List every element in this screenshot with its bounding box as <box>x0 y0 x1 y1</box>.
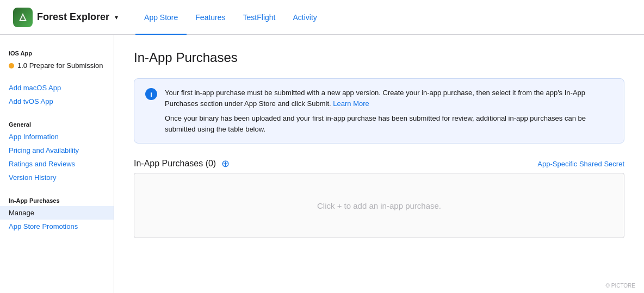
sidebar-divider-1 <box>0 72 114 81</box>
info-box: i Your first in-app purchase must be sub… <box>134 78 624 144</box>
sidebar: iOS App 1.0 Prepare for Submission Add m… <box>0 35 114 293</box>
tab-features[interactable]: Features <box>187 1 234 35</box>
info-text-2: Once your binary has been uploaded and y… <box>165 113 613 134</box>
shared-secret-link[interactable]: App-Specific Shared Secret <box>537 160 624 168</box>
sidebar-item-app-information[interactable]: App Information <box>0 130 114 144</box>
empty-table-text: Click + to add an in-app purchase. <box>317 201 441 210</box>
sidebar-section-ios: iOS App <box>0 46 114 59</box>
app-logo: Forest Explorer ▾ <box>13 8 118 27</box>
sidebar-item-pricing[interactable]: Pricing and Availability <box>0 144 114 157</box>
iap-empty-table: Click + to add an in-app purchase. <box>134 173 624 238</box>
iap-section-heading: In-App Purchases (0) <box>134 159 216 169</box>
section-title-row: In-App Purchases (0) ⊕ <box>134 159 230 169</box>
sidebar-item-add-macos[interactable]: Add macOS App <box>0 81 114 95</box>
info-icon: i <box>145 88 157 100</box>
sidebar-item-version-history[interactable]: Version History <box>0 171 114 184</box>
sidebar-divider-3 <box>0 184 114 193</box>
footer-copyright: © PICTORE <box>606 283 635 289</box>
info-text-1: Your first in-app purchase must be submi… <box>165 88 613 109</box>
main-content: In-App Purchases i Your first in-app pur… <box>114 35 644 293</box>
sidebar-item-manage[interactable]: Manage <box>0 206 114 220</box>
chevron-down-icon[interactable]: ▾ <box>115 14 118 21</box>
add-iap-button[interactable]: ⊕ <box>220 159 230 169</box>
learn-more-link[interactable]: Learn More <box>333 99 369 108</box>
tab-app-store[interactable]: App Store <box>135 1 187 35</box>
sidebar-divider-2 <box>0 108 114 117</box>
sidebar-item-ratings[interactable]: Ratings and Reviews <box>0 157 114 171</box>
sidebar-item-promotions[interactable]: App Store Promotions <box>0 220 114 233</box>
sidebar-section-general: General <box>0 117 114 130</box>
sidebar-section-iap: In-App Purchases <box>0 193 114 206</box>
sidebar-version-label: 1.0 Prepare for Submission <box>17 61 103 70</box>
sidebar-item-version: 1.0 Prepare for Submission <box>0 59 114 72</box>
sidebar-item-add-tvos[interactable]: Add tvOS App <box>0 95 114 108</box>
app-logo-icon <box>13 8 33 27</box>
tab-activity[interactable]: Activity <box>284 1 325 35</box>
info-content: Your first in-app purchase must be submi… <box>165 88 613 134</box>
tab-testflight[interactable]: TestFlight <box>234 1 284 35</box>
status-dot <box>9 63 14 68</box>
page-title: In-App Purchases <box>134 50 624 65</box>
app-name: Forest Explorer <box>37 11 109 23</box>
main-nav: App Store Features TestFlight Activity <box>135 0 326 34</box>
layout: iOS App 1.0 Prepare for Submission Add m… <box>0 35 644 293</box>
iap-section-header: In-App Purchases (0) ⊕ App-Specific Shar… <box>134 159 624 169</box>
header: Forest Explorer ▾ App Store Features Tes… <box>0 0 644 35</box>
